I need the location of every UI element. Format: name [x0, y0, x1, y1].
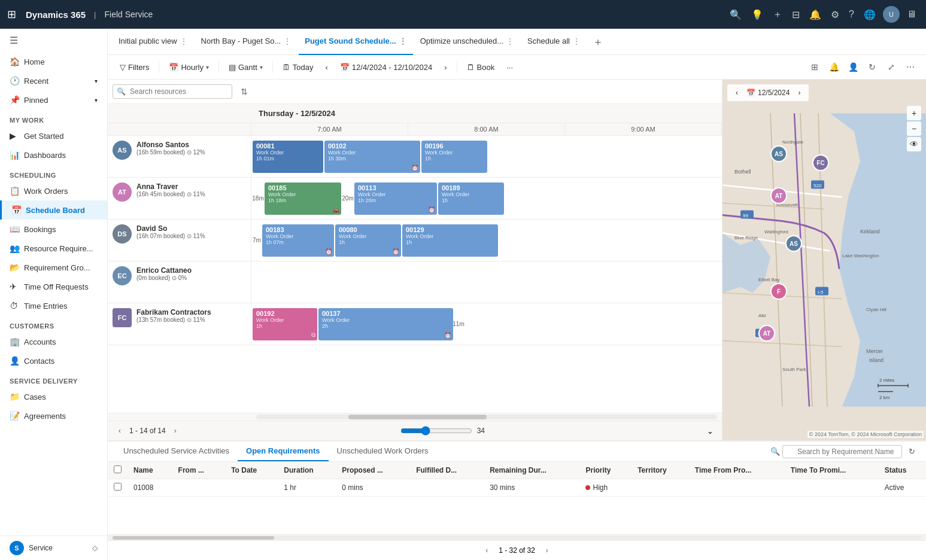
sidebar-item-contacts[interactable]: 👤 Contacts — [0, 351, 107, 370]
bottom-refresh-button[interactable]: ↻ — [904, 445, 919, 459]
tab-open-requirements[interactable]: Open Requirements — [238, 442, 329, 461]
book-button[interactable]: 🗒 Book — [462, 60, 500, 74]
sidebar-item-get-started[interactable]: ▶ Get Started — [0, 126, 107, 145]
view-toggle-button[interactable]: ⊞ — [806, 59, 823, 75]
add-icon[interactable]: ＋ — [770, 6, 785, 23]
sidebar-item-home[interactable]: 🏠 Home — [0, 52, 107, 71]
next-date-button[interactable]: › — [439, 60, 451, 74]
sidebar-item-time-off-requests[interactable]: ✈ Time Off Requests — [0, 277, 107, 296]
task-00129[interactable]: 00129 Work Order 1h — [402, 224, 498, 257]
add-view-tab-button[interactable]: ＋ — [588, 29, 608, 55]
col-to-date[interactable]: To Date — [225, 462, 278, 479]
map-zoom-in-button[interactable]: + — [907, 106, 921, 120]
sidebar-item-dashboards[interactable]: 📊 Dashboards — [0, 145, 107, 165]
task-00183[interactable]: 00183 Work Order 1h 07m ⏰ — [262, 224, 334, 257]
hamburger-menu[interactable]: ☰ — [0, 29, 107, 52]
sidebar-item-agreements[interactable]: 📝 Agreements — [0, 406, 107, 425]
sidebar-item-requirement-gro[interactable]: 📂 Requirement Gro... — [0, 258, 107, 277]
settings-icon[interactable]: ⚙ — [828, 7, 842, 23]
task-00137[interactable]: 00137 Work Order 2h ⏰ — [318, 308, 453, 340]
col-proposed[interactable]: Proposed ... — [336, 462, 410, 479]
task-00189[interactable]: 00189 Work Order 1h — [438, 182, 504, 215]
next-page-button[interactable]: › — [168, 424, 183, 438]
more-options-button[interactable]: ⋯ — [902, 59, 919, 75]
refresh-button[interactable]: ↻ — [864, 59, 881, 75]
task-00185[interactable]: 00185 Work Order 1h 18m 🚗 — [265, 182, 341, 215]
sidebar-item-pinned[interactable]: 📌 Pinned ▾ — [0, 90, 107, 109]
map-pin-3[interactable]: AT — [770, 187, 787, 204]
filters-button[interactable]: ▽ Filters — [115, 60, 154, 74]
sidebar-item-bookings[interactable]: 📖 Bookings — [0, 220, 107, 239]
tab-initial-public-view[interactable]: Initial public view ⋮ — [113, 29, 194, 55]
col-territory[interactable]: Territory — [631, 462, 689, 479]
tab-optimize[interactable]: Optimize unscheduled... ⋮ — [414, 29, 520, 55]
globe-icon[interactable]: 🌐 — [861, 7, 878, 23]
col-priority[interactable]: Priority — [579, 462, 631, 479]
sort-button[interactable]: ⇅ — [236, 83, 253, 100]
task-00102[interactable]: 00102 Work Order 1h 30m ⏰ — [324, 141, 420, 173]
search-icon[interactable]: 🔍 — [727, 7, 744, 23]
map-eye-button[interactable]: 👁 — [907, 137, 921, 151]
task-00081[interactable]: 00081 Work Order 1h 01m — [253, 141, 323, 173]
map-pin-2[interactable]: FC — [812, 154, 829, 171]
col-from[interactable]: From ... — [172, 462, 226, 479]
hourly-button[interactable]: 📅 Hourly ▾ — [164, 60, 214, 74]
col-time-to-promi[interactable]: Time To Promi... — [785, 462, 879, 479]
tab-dots-icon[interactable]: ⋮ — [283, 36, 292, 46]
more-button[interactable]: ··· — [502, 60, 518, 74]
prev-page-button[interactable]: ‹ — [113, 424, 127, 438]
filter-icon[interactable]: ⊟ — [790, 7, 802, 23]
sidebar-item-cases[interactable]: 📁 Cases — [0, 387, 107, 406]
task-00192[interactable]: 00192 Work Order 1h ⧉ — [253, 308, 317, 340]
sidebar-item-work-orders[interactable]: 📋 Work Orders — [0, 181, 107, 200]
help-icon[interactable]: ? — [846, 7, 857, 22]
sidebar-item-schedule-board[interactable]: 📅 Schedule Board — [0, 200, 107, 220]
screen-icon[interactable]: 🖥 — [904, 7, 919, 22]
map-prev-button[interactable]: ‹ — [730, 86, 744, 100]
row-name[interactable]: 01008 — [127, 479, 172, 497]
gantt-button[interactable]: ▤ Gantt ▾ — [224, 60, 268, 74]
map-next-button[interactable]: › — [792, 86, 806, 100]
task-00196[interactable]: 00196 Work Order 1h — [421, 141, 487, 173]
select-all-checkbox[interactable] — [114, 465, 122, 473]
col-status[interactable]: Status — [879, 462, 926, 479]
col-time-from-pro[interactable]: Time From Pro... — [689, 462, 785, 479]
map-zoom-out-button[interactable]: − — [907, 121, 921, 136]
task-00080[interactable]: 00080 Work Order 1h ⏰ — [335, 224, 401, 257]
user-avatar[interactable]: U — [883, 6, 900, 23]
lightbulb-icon[interactable]: 💡 — [749, 7, 766, 23]
row-checkbox[interactable] — [108, 479, 127, 497]
map-pin-6[interactable]: AT — [758, 325, 775, 342]
bottom-prev-page-button[interactable]: ‹ — [479, 543, 494, 558]
waffle-icon[interactable]: ⊞ — [7, 8, 16, 21]
expand-gantt-button[interactable]: ⌄ — [703, 424, 717, 438]
tab-dots-icon[interactable]: ⋮ — [180, 36, 188, 46]
requirement-search-input[interactable] — [782, 445, 902, 458]
map-pin-1[interactable]: AS — [770, 145, 787, 162]
col-duration[interactable]: Duration — [278, 462, 336, 479]
tab-dots-icon[interactable]: ⋮ — [399, 36, 407, 46]
zoom-range-input[interactable] — [400, 426, 472, 436]
expand-button[interactable]: ⤢ — [883, 59, 900, 75]
tab-unscheduled-work-orders[interactable]: Unscheduled Work Orders — [329, 442, 437, 461]
map-pin-5[interactable]: F — [770, 283, 787, 300]
col-name[interactable]: Name — [127, 462, 172, 479]
prev-date-button[interactable]: ‹ — [320, 60, 332, 74]
sidebar-item-resource-require[interactable]: 👥 Resource Require... — [0, 239, 107, 258]
notification-button[interactable]: 🔔 — [825, 59, 842, 75]
sidebar-item-time-entries[interactable]: ⏱ Time Entries — [0, 296, 107, 315]
sidebar-item-recent[interactable]: 🕐 Recent ▾ — [0, 71, 107, 90]
today-button[interactable]: 🗓 Today — [278, 60, 318, 74]
tab-dots-icon[interactable]: ⋮ — [572, 36, 581, 46]
bottom-scrollbar-track[interactable] — [108, 534, 926, 540]
row-select-checkbox[interactable] — [114, 483, 122, 491]
task-00113[interactable]: 00113 Work Order 1h 20m ⏰ — [354, 182, 437, 215]
search-resources-input[interactable] — [113, 84, 232, 99]
tab-unscheduled-service[interactable]: Unscheduled Service Activities — [115, 442, 238, 461]
sidebar-item-accounts[interactable]: 🏢 Accounts — [0, 332, 107, 351]
sidebar-footer[interactable]: S Service ◇ — [0, 535, 107, 560]
col-fulfilled[interactable]: Fulfilled D... — [410, 462, 484, 479]
gantt-scrollbar[interactable] — [251, 415, 722, 419]
map-pin-4[interactable]: AS — [785, 235, 802, 252]
tab-north-bay[interactable]: North Bay - Puget So... ⋮ — [195, 29, 298, 55]
